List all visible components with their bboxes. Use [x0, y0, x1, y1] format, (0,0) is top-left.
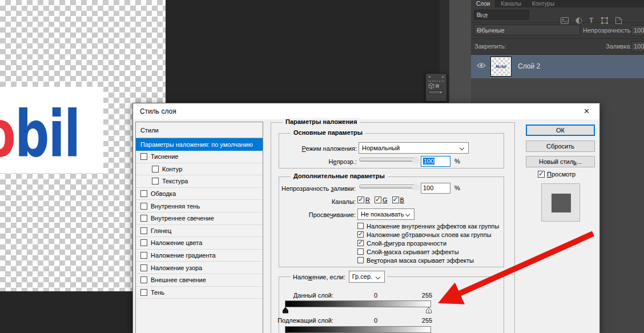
style-item-label: Внешнее свечение: [151, 276, 206, 283]
fill-opacity-slider[interactable]: [359, 183, 420, 190]
collapsed-floating-panel[interactable]: » ×: [425, 73, 447, 102]
blend-option-checkbox[interactable]: [357, 223, 364, 229]
mini-panel-dropdown[interactable]: [428, 90, 443, 94]
blend-option-row[interactable]: Наложение обтравочных слоев как группы: [357, 230, 499, 239]
this-layer-white-handle[interactable]: [425, 307, 432, 314]
filter-spinner-icon[interactable]: [484, 11, 489, 18]
reset-button[interactable]: Сбросить: [526, 141, 595, 152]
style-list-item[interactable]: Обводка: [136, 188, 263, 200]
style-item-checkbox[interactable]: [140, 264, 147, 271]
style-item-checkbox[interactable]: [140, 190, 147, 197]
blend-mode-select[interactable]: Обычные: [474, 25, 580, 35]
blend-option-checkbox[interactable]: [357, 257, 364, 263]
ok-button[interactable]: ОК: [526, 125, 595, 136]
style-list-item[interactable]: Внутреннее свечение: [136, 212, 263, 225]
panel-tab-bar: Слои Каналы Контуры: [471, 0, 644, 7]
blend-option-row[interactable]: Векторная маска скрывает эффекты: [357, 256, 499, 264]
style-item-checkbox[interactable]: [140, 252, 147, 259]
panel-tab[interactable]: Слои: [471, 0, 496, 7]
style-item-checkbox[interactable]: [140, 203, 147, 210]
blend-option-label: Слой-маска скрывает эффекты: [367, 248, 459, 255]
style-list-item[interactable]: Тиснение: [136, 151, 263, 163]
blend-option-checkbox[interactable]: [357, 240, 364, 246]
fill-opacity-slider-thumb[interactable]: [412, 183, 420, 190]
style-item-checkbox[interactable]: [140, 215, 147, 222]
style-list-item[interactable]: Наложение градиента: [136, 250, 263, 262]
panel-tab[interactable]: Контуры: [527, 0, 560, 7]
channel-checkbox-group[interactable]: R: [357, 196, 370, 203]
opacity-percent-sign: %: [454, 158, 460, 165]
this-layer-black-handle[interactable]: [282, 307, 289, 314]
preview-checkbox-group[interactable]: Просмотр: [538, 171, 575, 178]
knockout-select[interactable]: Не показывать: [357, 208, 414, 220]
blend-if-channel-select[interactable]: Гр.сер.: [349, 271, 385, 283]
blend-option-label: Векторная маска скрывает эффекты: [367, 257, 474, 264]
general-blending-legend: Основные параметры: [291, 129, 365, 136]
channel-checkbox-group[interactable]: G: [375, 196, 388, 203]
blend-option-label: Наложение внутренних эффектов как группы: [367, 223, 499, 230]
style-list-item[interactable]: Тень: [136, 287, 263, 299]
fill-percent-sign: %: [454, 184, 460, 191]
style-list-item[interactable]: Внешнее свечение: [136, 274, 263, 287]
style-item-checkbox[interactable]: [152, 178, 159, 184]
channel-label: B: [400, 196, 404, 203]
blend-option-row[interactable]: Слой-фигура прозрачности: [357, 239, 499, 247]
channel-checkbox-group[interactable]: B: [392, 196, 404, 203]
opacity-slider[interactable]: [359, 156, 420, 163]
opacity-input[interactable]: 100: [421, 156, 450, 167]
blend-mode-dialog-select[interactable]: Нормальный: [359, 142, 469, 154]
style-list-item[interactable]: Наложение узора: [136, 262, 263, 274]
blending-options-title: Параметры наложения: [283, 118, 360, 125]
collapse-panel-icon[interactable]: »: [428, 74, 430, 81]
style-list-item[interactable]: Наложение цвета: [136, 237, 263, 250]
fill-opacity-label: Непрозрачность заливки:: [264, 185, 356, 192]
new-style-button[interactable]: Новый стиль...: [526, 156, 595, 167]
channel-checkbox[interactable]: [357, 196, 364, 203]
opacity-slider-thumb[interactable]: [412, 156, 420, 163]
style-item-checkbox[interactable]: [140, 227, 147, 234]
fill-opacity-input[interactable]: 100: [421, 183, 450, 194]
dialog-title: Стиль слоя: [140, 107, 176, 115]
style-item-checkbox[interactable]: [140, 153, 147, 160]
style-list-item[interactable]: Глянец: [136, 225, 263, 238]
close-panel-icon[interactable]: ×: [441, 74, 444, 81]
style-item-checkbox[interactable]: [140, 276, 147, 283]
dialog-title-bar[interactable]: Стиль слоя ×: [133, 103, 599, 119]
layer-name[interactable]: Слой 2: [518, 62, 540, 70]
style-list-item[interactable]: Контур: [136, 163, 263, 176]
panel-tab-label: Слои: [476, 1, 490, 7]
blend-option-checkbox[interactable]: [357, 248, 364, 255]
layer-filter-row: Вид T: [471, 7, 644, 23]
preview-checkbox[interactable]: [538, 171, 545, 178]
style-item-checkbox[interactable]: [140, 239, 147, 246]
opacity-slider-track[interactable]: [359, 158, 416, 162]
channel-checkbox[interactable]: [375, 196, 381, 203]
style-item-checkbox[interactable]: [140, 289, 147, 296]
logo-letter-red: o: [0, 97, 15, 171]
fill-opacity-slider-track[interactable]: [359, 184, 416, 188]
lock-label: Закрепить:: [474, 43, 506, 50]
blend-option-row[interactable]: Наложение внутренних эффектов как группы: [357, 222, 499, 230]
opacity-value-field[interactable]: 100: [631, 25, 644, 36]
style-list-item-selected[interactable]: Параметры наложения: по умолчанию: [136, 138, 263, 151]
advanced-blending-legend: Дополнительные параметры: [291, 172, 388, 179]
panel-tab[interactable]: Каналы: [496, 0, 527, 7]
filter-kind-select[interactable]: Вид: [474, 10, 529, 20]
layer-visibility-eye-icon[interactable]: [477, 62, 486, 69]
fill-value-field[interactable]: 100: [631, 41, 644, 52]
style-preview-swatch: [541, 183, 580, 222]
cube-3d-icon[interactable]: [428, 83, 434, 89]
styles-list-header: Стили: [136, 122, 263, 138]
dialog-close-icon[interactable]: ×: [574, 103, 599, 119]
channels-group: R G B: [357, 196, 404, 203]
style-list-item[interactable]: Текстура: [136, 175, 263, 188]
blend-option-checkbox[interactable]: [357, 231, 364, 238]
style-item-checkbox[interactable]: [152, 166, 159, 172]
blend-option-row[interactable]: Слой-маска скрывает эффекты: [357, 247, 499, 256]
layer-row-selected[interactable]: Mobil Слой 2: [471, 55, 644, 78]
style-item-label: Наложение узора: [151, 264, 202, 271]
style-item-label: Контур: [162, 166, 182, 172]
channel-checkbox[interactable]: [392, 196, 399, 203]
style-list-item[interactable]: Внутренняя тень: [136, 200, 263, 212]
layer-thumbnail[interactable]: Mobil: [491, 57, 511, 76]
